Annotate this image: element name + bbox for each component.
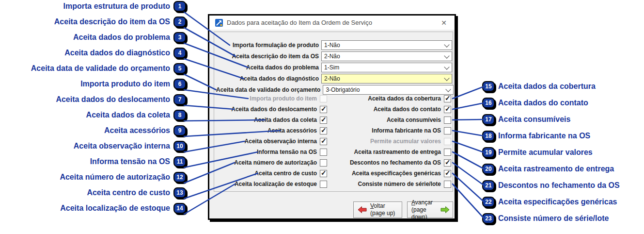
badge-number: 5 (178, 66, 182, 71)
dropdown-select[interactable]: 2-Não (321, 51, 452, 61)
annotation-row: Aceita centro de custo 13 (0, 186, 186, 199)
checkbox[interactable] (444, 149, 451, 156)
dropdown-row: Aceita dados do diagnóstico 2-Não (216, 74, 452, 84)
checkbox[interactable] (320, 117, 327, 124)
button-text: Voltar (page up) (370, 202, 395, 217)
connector-line (453, 184, 484, 218)
chevron-down-icon (446, 87, 451, 92)
checkbox-label: Informa tensão na OS (257, 149, 317, 155)
checkbox[interactable] (320, 159, 327, 167)
badge-number: 1 (178, 3, 182, 9)
dropdown-value: 3-Obrigatório (326, 86, 360, 93)
dropdown-label: Aceita dados do problema (216, 64, 321, 71)
dropdown-select[interactable]: 1-Sim (321, 63, 452, 72)
checkbox-row: Aceita dados do deslocamento (209, 105, 327, 113)
connector-line (453, 119, 484, 120)
checkbox-label: Aceita dados do contato (374, 106, 441, 113)
annotation-number-badge: 11 (173, 156, 186, 167)
checkbox-label: Aceita número de autorização (234, 159, 317, 166)
annotation-row: 18 Informa fabricante na OS (482, 130, 644, 142)
dropdown-value: 1-Sim (324, 64, 339, 71)
checkbox-row: Consiste número de série/lote (329, 180, 451, 188)
checkbox[interactable] (320, 138, 327, 145)
checkbox[interactable] (320, 127, 327, 134)
annotation-label: Aceita descrição do item da OS (54, 17, 170, 26)
avancar-button[interactable]: Avançar (page down) (407, 201, 453, 218)
annotation-number-badge: 15 (482, 81, 495, 92)
annotation-label: Informa fabricante na OS (498, 132, 590, 140)
annotation-number-badge: 7 (173, 94, 186, 105)
badge-number: 20 (485, 166, 491, 172)
badge-number: 10 (176, 143, 183, 149)
checkbox-label: Aceita dados da coleta (254, 117, 317, 123)
checkbox-row: Aceita consumíveis (329, 116, 451, 124)
annotation-number-badge: 17 (482, 114, 495, 125)
connector-line (453, 163, 484, 185)
annotation-row: Aceita número de autorização 12 (0, 171, 186, 184)
checkbox-label: Aceita localização de estoque (235, 181, 317, 187)
app-icon (215, 19, 223, 27)
checkbox-label: Aceita centro de custo (254, 170, 317, 177)
dialog-titlebar: Dados para aceitação do Item da Ordem de… (209, 16, 455, 30)
checkbox[interactable] (444, 106, 451, 113)
checkbox[interactable] (444, 95, 451, 102)
button-note: (page up) (370, 210, 395, 217)
checkbox[interactable] (320, 149, 327, 156)
annotation-number-badge: 2 (173, 17, 186, 27)
checkbox-column-right: Aceita dados da cobertura Aceita dados d… (329, 95, 451, 191)
annotation-row: Aceita dados do deslocamento 7 (0, 93, 186, 106)
annotation-number-badge: 20 (482, 164, 495, 174)
checkbox[interactable] (320, 181, 327, 188)
checkbox[interactable] (444, 127, 451, 134)
badge-number: 7 (178, 97, 182, 102)
checkbox-row: Descontos no fechamento da OS (329, 159, 451, 167)
dialog-window: Dados para aceitação do Item da Ordem de… (208, 14, 456, 220)
badge-number: 6 (178, 81, 182, 87)
checkbox-label: Consiste número de série/lote (358, 181, 441, 187)
badge-number: 13 (176, 190, 183, 196)
dropdown-section: Importa formulação de produto 1-Não Acei… (216, 40, 452, 96)
checkbox-row: Aceita dados da cobertura (329, 95, 451, 102)
checkbox[interactable] (320, 106, 327, 113)
annotation-label: Consiste número de série/lote (498, 214, 609, 223)
checkbox-row: Aceita dados do contato (329, 105, 451, 113)
checkbox-row: Informa tensão na OS (209, 148, 327, 156)
annotation-label: Descontos no fechamento da OS (498, 181, 620, 190)
dropdown-row: Aceita dados do problema 1-Sim (216, 63, 452, 72)
annotation-label: Permite acumular valores (498, 148, 593, 157)
dropdown-select[interactable]: 1-Não (321, 40, 452, 50)
badge-number: 23 (485, 216, 491, 221)
annotation-row: Informa tensão na OS 11 (0, 155, 186, 168)
annotation-label: Importa produto do item (80, 80, 170, 88)
dropdown-select[interactable]: 3-Obrigatório (323, 85, 454, 95)
annotation-row: 17 Aceita consumíveis (482, 113, 644, 126)
checkbox[interactable] (320, 170, 327, 177)
annotation-number-badge: 10 (173, 141, 186, 151)
checkbox-label: Aceita rastreamento de entrega (354, 149, 441, 155)
checkbox-label: Aceita acessórios (267, 127, 317, 134)
close-icon[interactable]: ✕ (438, 18, 450, 27)
annotation-number-badge: 23 (482, 213, 495, 224)
annotation-number-badge: 8 (173, 110, 186, 120)
annotation-label: Aceita dados da cobertura (498, 82, 596, 91)
badge-number: 17 (485, 117, 491, 122)
annotation-label: Aceita localização de estoque (60, 204, 170, 213)
dropdown-select[interactable]: 2-Não (321, 74, 452, 84)
annotation-label: Aceita dados do deslocamento (56, 95, 170, 104)
button-note: (page down) (411, 206, 437, 221)
annotation-number-badge: 14 (173, 203, 186, 214)
badge-number: 16 (485, 100, 491, 106)
checkbox[interactable] (320, 95, 327, 102)
checkbox[interactable] (444, 181, 451, 188)
badge-number: 22 (485, 199, 491, 205)
annotation-row: 16 Aceita dados do contato (482, 97, 644, 109)
annotation-row: 20 Aceita rastreamento de entrega (482, 163, 644, 175)
checkbox[interactable] (444, 117, 451, 124)
checkbox[interactable] (444, 159, 451, 167)
checkbox[interactable] (444, 170, 451, 177)
annotation-row: 15 Aceita dados da cobertura (482, 80, 644, 93)
checkbox[interactable] (444, 138, 451, 145)
annotation-row: Aceita dados do diagnóstico 4 (0, 47, 186, 59)
checkbox-label: Aceita especificações genéricas (352, 170, 441, 177)
voltar-button[interactable]: Voltar (page up) (353, 201, 402, 218)
